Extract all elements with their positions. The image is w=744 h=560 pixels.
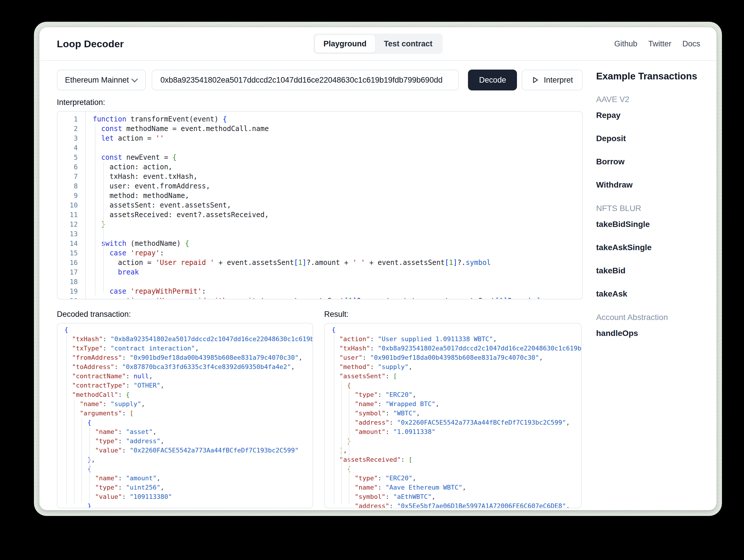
header-links: Github Twitter Docs	[614, 39, 700, 48]
code-token	[64, 345, 72, 352]
github-link[interactable]: Github	[614, 39, 637, 48]
examples-sidebar: Example Transactions AAVE V2RepayDeposit…	[596, 67, 706, 509]
json-line: {	[64, 418, 312, 427]
code-line: 20 action = 'User repaid with permit ' +…	[58, 296, 582, 299]
twitter-link[interactable]: Twitter	[648, 39, 671, 48]
json-line: "toAddress": "0x87870bca3f3fd6335c3f4ce8…	[64, 362, 312, 372]
code-token: [	[294, 259, 298, 267]
code-token: "OTHER"	[134, 382, 160, 389]
code-token: const	[101, 153, 122, 161]
docs-link[interactable]: Docs	[682, 39, 700, 48]
code-line: 18	[58, 277, 582, 287]
sidebar-item-withdraw[interactable]: Withdraw	[596, 181, 706, 189]
line-number: 1	[58, 114, 78, 124]
code-token	[332, 428, 355, 435]
code-token: ,	[141, 400, 145, 408]
code-token	[332, 456, 339, 463]
code-token: :	[378, 391, 386, 398]
sidebar-item-takebid[interactable]: takeBid	[596, 267, 706, 275]
line-number: 13	[58, 229, 78, 239]
sidebar-item-takebidsingle[interactable]: takeBidSingle	[596, 220, 706, 228]
result-panel[interactable]: { "action": "User supplied 1.0911338 WBT…	[324, 323, 582, 509]
code-line: 6 action: action,	[58, 162, 582, 172]
json-line: "type": "ERC20",	[332, 474, 581, 483]
interpret-button[interactable]: Interpret	[522, 70, 583, 90]
decoded-panel[interactable]: { "txHash": "0xb8a923541802ea5017ddccd2c…	[57, 323, 313, 509]
line-number: 9	[58, 191, 78, 200]
code-token: "arguments"	[80, 410, 122, 417]
code-token	[64, 419, 87, 426]
code-token: {	[347, 382, 351, 389]
code-token	[332, 354, 339, 361]
code-line: 19 case 'repayWithPermit':	[58, 287, 582, 296]
code-token: "txHash"	[339, 345, 370, 352]
app-window: Loop Decoder Playground Test contract Gi…	[39, 27, 716, 510]
code-token	[332, 372, 339, 380]
code-token: ,	[436, 400, 439, 408]
json-line: "name": "Aave Ethereum WBTC",	[332, 483, 581, 492]
line-number: 6	[58, 162, 78, 172]
sidebar-item-takeask[interactable]: takeAsk	[596, 290, 706, 298]
json-line: "contractName": null,	[64, 372, 312, 381]
code-token: "action"	[339, 335, 370, 343]
code-token: "address"	[355, 502, 389, 509]
code-token	[64, 391, 72, 398]
code-token: txHash: event.txHash,	[93, 173, 197, 181]
code-token	[332, 410, 355, 417]
code-token: ]	[504, 297, 508, 299]
app-title: Loop Decoder	[57, 38, 124, 49]
code-token	[332, 335, 339, 343]
sidebar-item-repay[interactable]: Repay	[596, 111, 706, 119]
code-token: [	[129, 410, 134, 417]
code-token: :	[114, 363, 122, 370]
code-token: "0x901bd9ef18da00b43985b608ee831a79c4070…	[129, 354, 299, 361]
sidebar-item-handleops[interactable]: handleOps	[596, 329, 706, 337]
json-line: "txHash": "0xb8a923541802ea5017ddccd2c10…	[332, 344, 581, 353]
tab-playground[interactable]: Playground	[314, 35, 375, 53]
json-line: "value": "0x2260FAC5E5542a773Aa44fBCfeDf…	[64, 446, 312, 455]
code-line-content: switch (methodName) {	[93, 239, 189, 249]
sidebar-item-deposit[interactable]: Deposit	[596, 135, 706, 143]
code-token	[64, 363, 72, 370]
code-line: 10 assetsSent: event.assetsSent,	[58, 200, 582, 210]
code-token	[332, 345, 339, 352]
code-token: ,	[412, 391, 416, 398]
code-token: symbol	[466, 259, 491, 267]
line-number: 5	[58, 153, 78, 162]
code-token: 1	[298, 259, 302, 267]
line-number: 19	[58, 287, 78, 296]
tab-test-contract[interactable]: Test contract	[375, 35, 441, 53]
code-token	[332, 502, 355, 509]
result-column: Result: { "action": "User supplied 1.091…	[324, 310, 582, 509]
line-number: 11	[58, 210, 78, 220]
code-editor[interactable]: 1function transformEvent(event) {2 const…	[57, 111, 583, 299]
code-token: ''	[156, 134, 164, 142]
code-token: ?.	[508, 297, 516, 299]
code-token: ,	[566, 502, 570, 509]
code-token: ,	[160, 382, 164, 389]
code-token: ,	[91, 456, 95, 463]
code-token: "txType"	[72, 345, 103, 352]
line-number: 12	[58, 220, 78, 229]
code-token: function	[93, 115, 126, 123]
decode-button[interactable]: Decode	[468, 70, 517, 90]
sidebar-item-borrow[interactable]: Borrow	[596, 158, 706, 166]
json-line: "symbol": "aEthWBTC",	[332, 492, 581, 501]
json-line: {	[332, 325, 581, 335]
line-number: 16	[58, 258, 78, 267]
code-token: "0xb8a923541802ea5017ddccd2c1047dd16ce22…	[378, 345, 582, 352]
code-token: ,	[493, 335, 497, 343]
json-line: "symbol": "WBTC",	[332, 409, 581, 418]
code-token	[332, 400, 355, 408]
code-token: switch	[101, 239, 126, 248]
sidebar-item-takeasksingle[interactable]: takeAskSingle	[596, 244, 706, 252]
line-number: 20	[58, 296, 78, 299]
output-panels: Decoded transaction: { "txHash": "0xb8a9…	[57, 310, 583, 509]
code-token: :	[370, 335, 378, 343]
json-line: "address": "0x2260FAC5E5542a773Aa44fBCfe…	[332, 418, 581, 427]
network-select[interactable]: Ethereum Mainnet	[57, 70, 146, 90]
code-token: "supply"	[378, 363, 409, 370]
code-token	[93, 268, 118, 276]
tx-hash-input[interactable]	[152, 70, 459, 90]
code-token: ,	[416, 410, 420, 417]
